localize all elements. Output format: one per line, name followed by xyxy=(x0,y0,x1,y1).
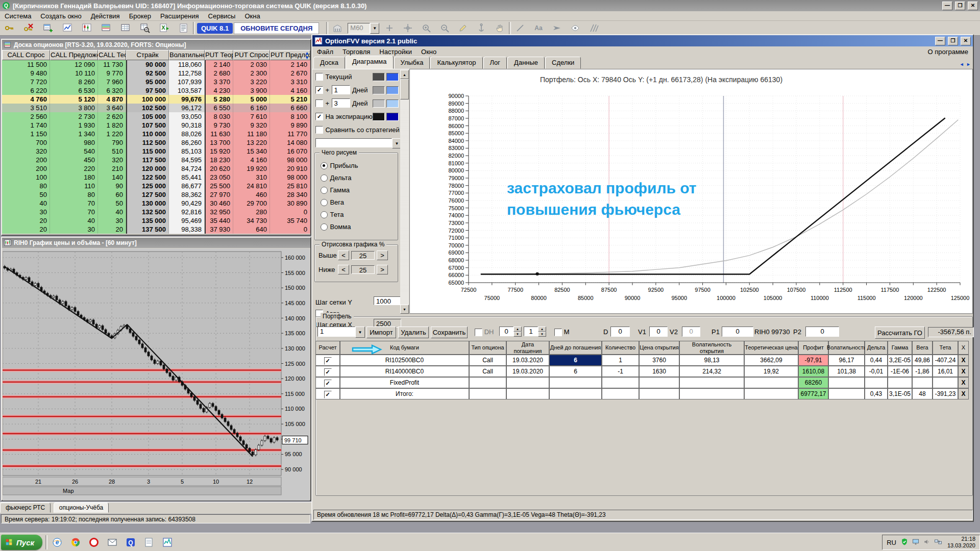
dh-spinner-2[interactable]: 1 ▲▼ xyxy=(524,327,546,337)
timeframe-dropdown-arrow[interactable]: ▼ xyxy=(370,23,379,34)
color-swatches-0[interactable] xyxy=(373,72,399,81)
options-row-11[interactable]: 200450320117 50084,59518 2304 16098 000 xyxy=(2,156,310,164)
delete-button[interactable]: Удалить xyxy=(398,327,429,338)
options-board-scroll-arrows[interactable]: ▲▼ xyxy=(305,51,309,60)
optionfvv-menu-2[interactable]: Настройки xyxy=(375,47,416,57)
panel-checkbox-3[interactable]: ✓ xyxy=(315,113,323,120)
panel-scroll-up-icon[interactable]: ▲ xyxy=(400,70,409,79)
options-row-12[interactable]: 200220210120 00084,72420 62019 92020 910 xyxy=(2,164,310,173)
options-row-6[interactable]: 2 5602 7302 620105 00093,0508 0307 6108 … xyxy=(2,112,310,121)
update-banner[interactable]: ОБНОВИТЕ СЕГОДНЯ xyxy=(234,22,319,34)
portfolio-row-2[interactable]: ✓FixedProfit68260X xyxy=(315,377,970,388)
table-icon[interactable] xyxy=(118,21,133,35)
options-row-17[interactable]: 307040132 50092,81632 9502800 xyxy=(2,208,310,216)
quik-menu-0[interactable]: Система xyxy=(0,11,36,21)
draw-option-Гамма[interactable]: Гамма xyxy=(321,185,350,194)
quik-menu-5[interactable]: Сервисы xyxy=(204,11,240,21)
opera-icon[interactable] xyxy=(87,536,101,549)
quik-menu-6[interactable]: Окна xyxy=(240,11,264,21)
p1-input[interactable]: 0 xyxy=(722,327,753,337)
hand-icon[interactable] xyxy=(493,21,507,35)
below-value[interactable]: 25 xyxy=(351,265,375,274)
row-close-button[interactable]: X xyxy=(958,388,969,399)
below-decrease-button[interactable]: < xyxy=(338,265,349,274)
days-input-2[interactable]: 3 xyxy=(332,98,350,108)
row-calc-checkbox[interactable]: ✓ xyxy=(315,355,340,366)
options-row-1[interactable]: 9 48010 1109 77092 500112,7582 6802 3002… xyxy=(2,69,310,78)
v2-input[interactable]: 0 xyxy=(682,327,700,337)
hide-objects-icon[interactable] xyxy=(568,21,582,35)
network-icon[interactable] xyxy=(934,538,943,547)
options-row-18[interactable]: 204030135 00095,46935 44034 73035 740 xyxy=(2,216,310,225)
portfolio-table-header[interactable]: РасчетКод бумагиТип опционаДата погашени… xyxy=(315,341,970,355)
display-icon[interactable] xyxy=(912,538,921,547)
options-row-7[interactable]: 1 7401 9301 820107 50090,3189 7309 3209 … xyxy=(2,121,310,130)
quik-minimize-button[interactable]: — xyxy=(942,2,952,10)
options-col-4[interactable]: Волатильно xyxy=(169,50,205,60)
timeframe-select[interactable]: M60 ▼ xyxy=(348,23,379,34)
optionfvv-menu-1[interactable]: Торговля xyxy=(338,47,375,57)
pencil-icon[interactable] xyxy=(456,21,470,35)
above-decrease-button[interactable]: < xyxy=(338,251,349,260)
above-increase-button[interactable]: > xyxy=(377,251,388,260)
options-col-5[interactable]: PUT Теор. xyxy=(205,50,233,60)
import-button[interactable]: Импорт xyxy=(366,327,396,338)
options-row-9[interactable]: 700980790112 50086,26013 70013 22014 080 xyxy=(2,138,310,147)
options-col-1[interactable]: CALL Предложен xyxy=(50,50,98,60)
color-swatches-3[interactable] xyxy=(373,112,399,121)
panel-checkbox-1[interactable]: ✓ xyxy=(315,86,323,94)
text-tool-icon[interactable]: Aa xyxy=(531,21,546,35)
trend-line-icon[interactable] xyxy=(513,21,527,35)
start-button[interactable]: Пуск xyxy=(1,535,42,550)
ie-icon[interactable]: e xyxy=(51,536,64,549)
candle-chart-icon[interactable] xyxy=(80,21,94,35)
days-input-1[interactable]: 1 xyxy=(332,85,350,94)
optionfvv-taskbar-icon[interactable] xyxy=(161,536,174,549)
options-row-13[interactable]: 100180140122 50085,44123 05031098 000 xyxy=(2,173,310,182)
language-indicator[interactable]: RU xyxy=(887,539,896,546)
dh-spinner-1[interactable]: 0 ▲▼ xyxy=(499,327,522,337)
zoom-in-icon[interactable] xyxy=(419,21,433,35)
desktop-tab-options[interactable]: опционы-Учёба xyxy=(54,503,109,513)
journal-icon[interactable] xyxy=(142,536,156,549)
draw-option-Вега[interactable]: Вега xyxy=(321,197,344,207)
options-row-14[interactable]: 8011090125 00086,67725 50024 81025 810 xyxy=(2,182,310,190)
panel-checkbox-2[interactable] xyxy=(315,99,323,107)
optionfvv-tab-Лог[interactable]: Лог xyxy=(483,57,507,69)
excel-export-icon[interactable]: X xyxy=(157,21,172,35)
portfolio-row-3[interactable]: ✓Итого:69772,170,433,1E-0548-391,23X xyxy=(315,388,970,399)
options-col-0[interactable]: CALL Спрос xyxy=(2,50,50,60)
quotes-table-icon[interactable] xyxy=(99,21,113,35)
options-board-titlebar[interactable]: Доска опционов [RTS-3.20, 19.03.2020, FO… xyxy=(2,40,310,50)
add-tool-icon[interactable] xyxy=(382,21,397,35)
line-chart-icon[interactable] xyxy=(60,21,75,35)
new-table-icon[interactable] xyxy=(41,21,55,35)
color-swatches-1[interactable] xyxy=(373,85,399,94)
panel-checkbox-4[interactable] xyxy=(315,126,323,134)
list-icon[interactable] xyxy=(177,21,191,35)
clock[interactable]: 21:18 13.03.2020 xyxy=(947,536,975,549)
panel-scroll-thumb[interactable] xyxy=(400,79,409,99)
quik-menu-4[interactable]: Расширения xyxy=(156,11,204,21)
portfolio-row-0[interactable]: ✓RI102500BC0Call19.03.202061376098,13366… xyxy=(315,355,970,366)
optionfvv-menu-0[interactable]: Файл xyxy=(312,47,338,57)
optionfvv-titlebar[interactable]: OptionFVV версия 2.1 public — ❐ ✕ xyxy=(312,35,973,46)
quik-menu-2[interactable]: Действия xyxy=(86,11,125,21)
quik-menu-3[interactable]: Брокер xyxy=(125,11,156,21)
below-increase-button[interactable]: > xyxy=(377,265,388,274)
portfolio-row-1[interactable]: ✓RI140000BC0Call19.03.20206-11630214,321… xyxy=(315,366,970,377)
portfolio-table[interactable]: РасчетКод бумагиТип опционаДата погашени… xyxy=(315,341,970,399)
dh-checkbox[interactable]: DH xyxy=(475,328,494,336)
save-button[interactable]: Сохранить xyxy=(431,327,468,338)
quik-menu-1[interactable]: Создать окно xyxy=(36,11,86,21)
options-row-0[interactable]: 11 50012 09011 73090 000118,0602 1402 03… xyxy=(2,60,310,69)
price-chart-plot[interactable]: 90 00095 000100 000105 000110 000115 000… xyxy=(3,248,310,500)
optionfvv-tab-Сделки[interactable]: Сделки xyxy=(545,57,581,69)
anchor-icon[interactable] xyxy=(474,21,488,35)
instruments-icon[interactable] xyxy=(330,21,345,35)
chrome-icon[interactable] xyxy=(69,536,82,549)
price-chart-titlebar[interactable]: RIH0 График цены и объёма - [60 минут] xyxy=(2,238,310,248)
disconnect-key-icon[interactable] xyxy=(21,21,36,35)
optionfvv-tab-Улыбка[interactable]: Улыбка xyxy=(394,57,430,69)
panel-scrollbar[interactable]: ▲ ▼ xyxy=(400,70,409,314)
